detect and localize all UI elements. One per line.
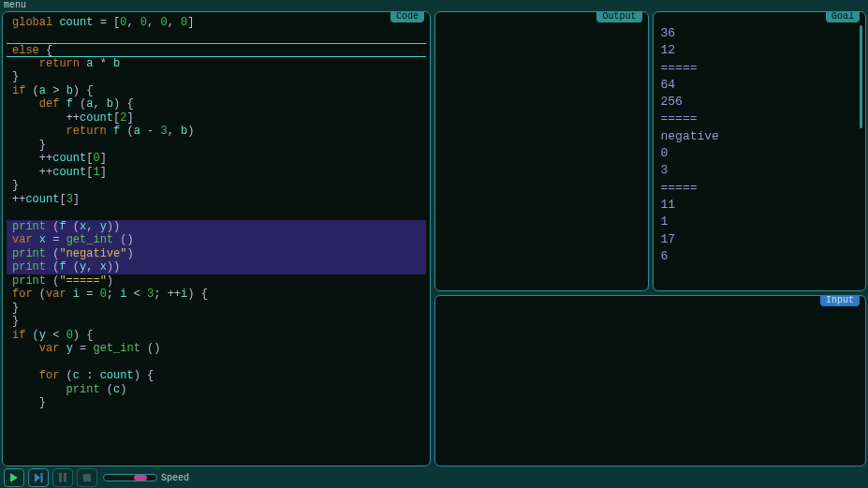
step-icon: [33, 472, 44, 483]
code-line[interactable]: ++count[0]: [7, 152, 426, 166]
svg-rect-0: [41, 473, 43, 482]
output-line: 11: [661, 197, 859, 214]
menu-button[interactable]: menu: [4, 0, 26, 10]
svg-rect-1: [59, 473, 62, 482]
code-line[interactable]: var y = get_int (): [7, 342, 426, 356]
code-line[interactable]: print (f (x, y)): [7, 220, 426, 234]
code-line[interactable]: ++count[3]: [7, 193, 426, 207]
output-line: 36: [661, 25, 859, 42]
code-line[interactable]: if (y < 0) {: [7, 329, 426, 343]
output-goal-row: Output Goal 3612=====64256=====negative0…: [434, 11, 866, 291]
code-line[interactable]: ++count[2]: [7, 111, 426, 126]
pause-icon: [57, 472, 68, 483]
output-line: 1: [661, 214, 859, 230]
output-line: 0: [661, 145, 859, 162]
code-editor[interactable]: global count = [0, 0, 0, 0]else { return…: [7, 16, 426, 462]
code-line[interactable]: }: [7, 302, 426, 316]
play-button[interactable]: [4, 468, 24, 487]
code-line[interactable]: for (c : count) {: [7, 369, 426, 383]
output-line: 64: [661, 77, 859, 94]
code-line[interactable]: }: [7, 396, 426, 410]
menu-bar: menu: [0, 0, 868, 11]
goal-panel-label: Goal: [826, 11, 860, 22]
right-column: Output Goal 3612=====64256=====negative0…: [434, 11, 866, 466]
code-line[interactable]: [7, 356, 426, 370]
code-line[interactable]: }: [7, 139, 426, 153]
speed-label: Speed: [161, 473, 189, 483]
code-line[interactable]: print (c): [7, 383, 426, 397]
code-line[interactable]: return a * b: [7, 57, 426, 71]
svg-rect-2: [64, 473, 66, 482]
code-line[interactable]: ++count[1]: [7, 166, 426, 180]
code-panel: Code global count = [0, 0, 0, 0]else { r…: [2, 11, 431, 466]
output-panel: Output: [434, 11, 649, 291]
output-panel-label: Output: [596, 11, 641, 22]
code-line[interactable]: if (a > b) {: [7, 84, 426, 98]
goal-panel: Goal 3612=====64256=====negative03=====1…: [653, 11, 867, 291]
stop-icon: [81, 472, 93, 483]
code-line[interactable]: var x = get_int (): [7, 233, 426, 247]
code-line[interactable]: return f (a - 3, b): [7, 125, 426, 139]
output-line: 17: [661, 231, 859, 248]
output-line: negative: [661, 128, 859, 145]
goal-scrollbar[interactable]: [860, 25, 862, 128]
step-button[interactable]: [28, 468, 49, 487]
speed-slider[interactable]: [103, 474, 157, 481]
main-area: Code global count = [0, 0, 0, 0]else { r…: [0, 11, 868, 466]
code-line[interactable]: [7, 206, 426, 220]
left-column: Code global count = [0, 0, 0, 0]else { r…: [2, 11, 431, 466]
code-line[interactable]: for (var i = 0; i < 3; ++i) {: [7, 288, 426, 302]
output-line: 256: [661, 94, 859, 111]
input-area[interactable]: [443, 309, 858, 460]
output-line: 12: [661, 42, 859, 59]
output-line: =====: [661, 111, 859, 127]
code-line[interactable]: print ("negative"): [7, 247, 426, 261]
stop-button[interactable]: [77, 468, 97, 487]
code-line[interactable]: }: [7, 315, 426, 329]
code-line[interactable]: else {: [7, 43, 426, 57]
output-line: =====: [661, 180, 859, 197]
play-icon: [8, 472, 20, 483]
output-line: 3: [661, 162, 859, 179]
svg-rect-3: [83, 474, 91, 481]
code-line[interactable]: [7, 30, 426, 44]
code-line[interactable]: def f (a, b) {: [7, 97, 426, 111]
speed-slider-thumb[interactable]: [134, 475, 147, 481]
code-line[interactable]: print ("====="): [7, 274, 426, 288]
goal-area: 3612=====64256=====negative03=====111176: [661, 25, 859, 285]
output-line: =====: [661, 60, 859, 77]
speed-control: Speed: [103, 473, 189, 483]
controls-bar: Speed: [0, 466, 868, 487]
input-panel-label: Input: [820, 295, 860, 306]
code-line[interactable]: }: [7, 179, 426, 193]
code-line[interactable]: }: [7, 70, 426, 84]
pause-button[interactable]: [52, 468, 73, 487]
output-line: 6: [661, 248, 859, 265]
output-area: [443, 25, 640, 285]
input-panel: Input: [434, 295, 866, 466]
code-line[interactable]: global count = [0, 0, 0, 0]: [7, 16, 426, 30]
code-line[interactable]: print (f (y, x)): [7, 260, 426, 274]
